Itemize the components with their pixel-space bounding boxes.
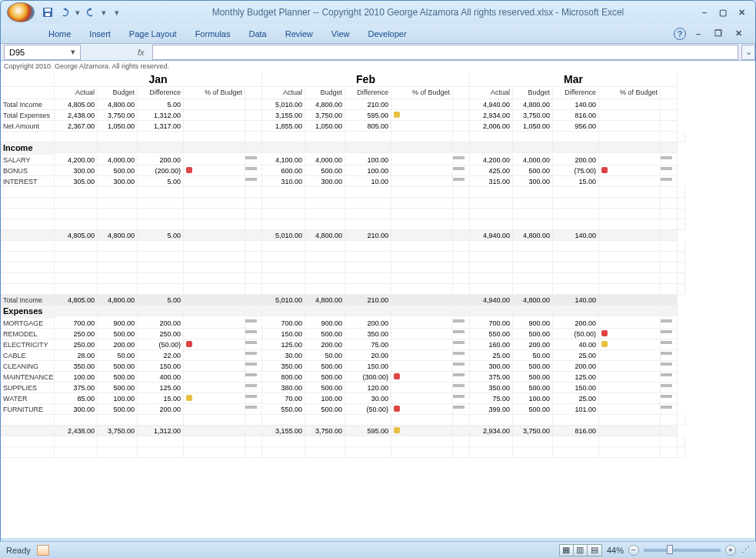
cell[interactable]: Budget [98,87,138,99]
cell[interactable] [245,252,262,262]
cell[interactable]: 4,800.00 [98,230,138,241]
cell[interactable] [391,132,453,142]
cell[interactable] [678,361,685,372]
cell[interactable] [453,447,470,458]
cell[interactable]: 50.00 [305,350,345,361]
cell[interactable] [55,241,98,252]
cell[interactable] [245,219,262,230]
cell[interactable]: 900.00 [513,318,553,329]
cell[interactable]: MORTGAGE [1,318,55,329]
cell[interactable] [55,273,98,284]
cell[interactable] [599,372,661,383]
cell[interactable]: 500.00 [513,404,553,415]
cell[interactable] [599,252,661,262]
cell[interactable]: 150.00 [262,329,305,339]
cell[interactable]: Expenses [1,306,55,318]
cell[interactable] [245,447,262,458]
cell[interactable]: 4,805.00 [55,230,98,241]
cell[interactable] [553,252,599,262]
macro-record-icon[interactable] [37,545,49,556]
cell[interactable]: 500.00 [305,404,345,415]
cell[interactable]: 300.00 [305,176,345,187]
cell[interactable] [305,273,345,284]
cell[interactable] [661,295,678,306]
cell[interactable] [553,415,599,426]
cell[interactable] [391,295,453,306]
cell[interactable] [553,198,599,209]
cell[interactable] [661,132,678,142]
cell[interactable]: 500.00 [513,372,553,383]
cell[interactable]: 150.00 [345,361,391,372]
cell[interactable] [678,87,685,98]
cell[interactable]: 3,750.00 [98,426,138,436]
cell[interactable] [305,209,345,219]
cell[interactable] [453,121,470,132]
spreadsheet-area[interactable]: Copyright 2010. George Alzamora. All rig… [1,61,755,538]
cell[interactable] [305,415,345,426]
cell[interactable]: 125.00 [262,339,305,350]
cell[interactable] [678,165,685,176]
cell[interactable] [453,209,470,219]
cell[interactable] [470,241,513,252]
page-layout-view-icon[interactable]: ▥ [574,545,588,556]
cell[interactable] [345,219,391,230]
cell[interactable] [513,306,553,316]
cell[interactable] [184,187,245,198]
cell[interactable] [345,209,391,219]
cell[interactable]: 500.00 [98,361,138,372]
cell[interactable] [391,447,453,458]
cell[interactable] [599,142,661,153]
cell[interactable]: 300.00 [470,361,513,372]
cell[interactable] [55,306,98,316]
cell[interactable] [513,132,553,142]
cell[interactable] [453,262,470,273]
cell[interactable] [98,262,138,273]
cell[interactable] [513,209,553,219]
cell[interactable] [55,447,98,458]
cell[interactable] [678,110,685,121]
cell[interactable]: Budget [513,87,553,99]
cell[interactable] [391,415,453,426]
cell[interactable]: 25.00 [470,350,513,361]
cell[interactable] [245,329,262,339]
cell[interactable] [138,273,184,284]
cell[interactable] [453,372,470,383]
cell[interactable] [184,252,245,262]
doc-close-button[interactable]: ✕ [731,28,746,40]
cell[interactable] [184,339,245,350]
cell[interactable]: Total Expenses [1,110,55,121]
cell[interactable] [599,176,661,187]
cell[interactable] [138,142,184,153]
cell[interactable] [678,436,685,447]
cell[interactable] [305,132,345,142]
cell[interactable]: 300.00 [55,404,98,415]
cell[interactable]: 210.00 [345,99,391,110]
cell[interactable]: Total Income [1,99,55,110]
cell[interactable] [245,383,262,393]
cell[interactable] [513,284,553,295]
cell[interactable]: 3,750.00 [513,110,553,121]
cell[interactable]: 200.00 [138,318,184,329]
cell[interactable] [599,329,661,339]
cell[interactable] [553,241,599,252]
cell[interactable] [262,306,305,316]
cell[interactable] [262,198,305,209]
cell[interactable] [453,219,470,230]
cell[interactable]: 50.00 [513,350,553,361]
cell[interactable]: 310.00 [262,176,305,187]
cell[interactable] [184,165,245,176]
cell[interactable] [453,329,470,339]
cell[interactable] [453,142,470,153]
cell[interactable] [262,219,305,230]
cell[interactable] [184,121,245,132]
cell[interactable]: 25.00 [553,393,599,404]
cell[interactable] [1,230,55,241]
cell[interactable] [453,436,470,447]
tab-formulas[interactable]: Formulas [186,26,240,42]
cell[interactable] [678,318,685,329]
cell[interactable] [553,142,599,153]
cell[interactable]: 250.00 [138,329,184,339]
cell[interactable] [678,219,685,230]
cell[interactable]: ELECTRICITY [1,339,55,350]
cell[interactable] [345,241,391,252]
